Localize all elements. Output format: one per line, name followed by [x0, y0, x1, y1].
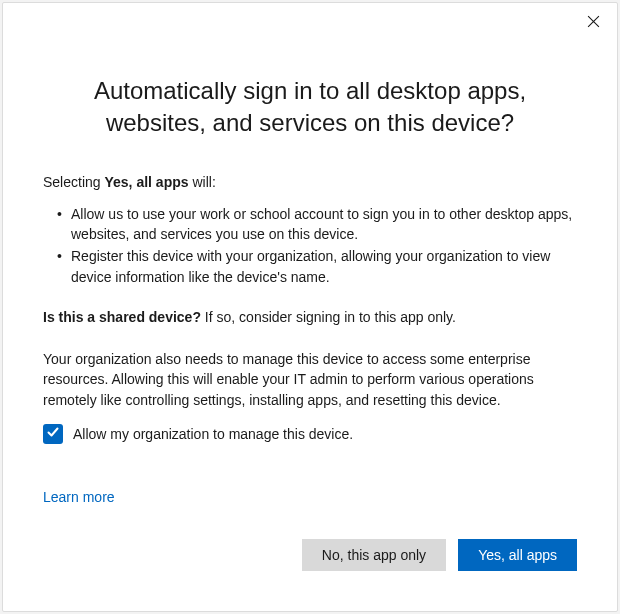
checkmark-icon — [46, 425, 60, 443]
no-this-app-only-button[interactable]: No, this app only — [302, 539, 446, 571]
shared-device-text: Is this a shared device? If so, consider… — [43, 309, 577, 325]
intro-text: Selecting Yes, all apps will: — [43, 174, 577, 190]
learn-more-link[interactable]: Learn more — [43, 489, 115, 505]
intro-suffix: will: — [189, 174, 216, 190]
shared-question: Is this a shared device? — [43, 309, 201, 325]
dialog-title: Automatically sign in to all desktop app… — [43, 75, 577, 140]
close-icon — [587, 15, 600, 31]
yes-all-apps-button[interactable]: Yes, all apps — [458, 539, 577, 571]
list-item: Register this device with your organizat… — [57, 246, 577, 287]
dialog-footer: No, this app only Yes, all apps — [43, 539, 577, 571]
shared-note: If so, consider signing in to this app o… — [201, 309, 456, 325]
manage-device-checkbox[interactable] — [43, 424, 63, 444]
dialog-content: Selecting Yes, all apps will: Allow us t… — [43, 174, 577, 539]
checkbox-row: Allow my organization to manage this dev… — [43, 424, 577, 444]
intro-prefix: Selecting — [43, 174, 104, 190]
bullet-list: Allow us to use your work or school acco… — [43, 204, 577, 287]
checkbox-label[interactable]: Allow my organization to manage this dev… — [73, 426, 353, 442]
list-item: Allow us to use your work or school acco… — [57, 204, 577, 245]
organization-text: Your organization also needs to manage t… — [43, 349, 577, 410]
close-button[interactable] — [579, 9, 607, 37]
signin-dialog: Automatically sign in to all desktop app… — [2, 2, 618, 612]
intro-bold: Yes, all apps — [104, 174, 188, 190]
